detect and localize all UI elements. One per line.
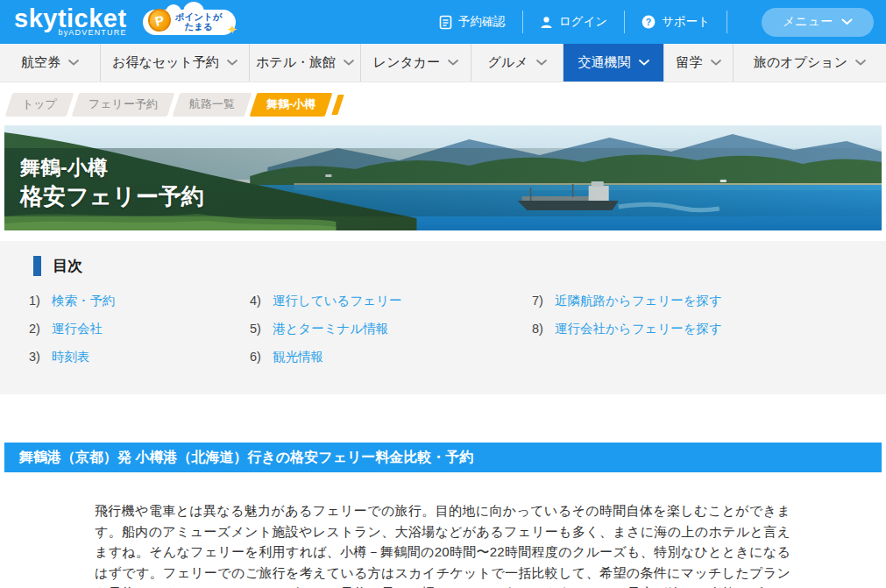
toc-item-nearby-routes: 7) 近隣航路からフェリーを探す [532,293,722,309]
top-header: skyticket byADVENTURE P ポイントが たまる ✦ 予約確認… [0,0,886,44]
breadcrumb-item-current: 舞鶴-小樽 [249,93,332,117]
toc-link-terminals[interactable]: 港とターミナル情報 [273,321,388,337]
menu-button[interactable]: メニュー [762,8,874,37]
toc-title: 目次 [53,256,82,276]
toc-column-2: 4) 運行しているフェリー 5) 港とターミナル情報 6) 観光情報 [250,293,532,377]
toc-column-1: 1) 検索・予約 2) 運行会社 3) 時刻表 [29,293,250,377]
nav-item-label: 交通機関 [578,54,631,71]
reservation-check-label: 予約確認 [458,14,506,30]
nav-item-travel-options[interactable]: 旅のオプション [734,44,886,81]
nav-item-transportation[interactable]: 交通機関 [563,44,664,81]
chevron-down-icon [68,60,79,66]
table-of-contents: 目次 1) 検索・予約 2) 運行会社 3) 時刻表 4) 運行しているフェリー… [0,241,886,394]
breadcrumb: トップ フェリー予約 航路一覧 舞鶴-小樽 [9,95,886,115]
reservation-check-link[interactable]: 予約確認 [439,14,506,30]
brand-sub-wordmark: byADVENTURE [14,28,127,37]
breadcrumb-label: 舞鶴-小樽 [253,93,329,117]
breadcrumb-item-top[interactable]: トップ [5,93,74,117]
nav-item-label: 留学 [677,54,703,71]
points-badge-line2: たまる [184,21,212,32]
question-icon: ? [641,15,656,29]
nav-item-flights[interactable]: 航空券 [0,44,101,81]
toc-item-number: 2) [29,322,45,336]
toc-item-timetable: 3) 時刻表 [29,349,250,365]
toc-item-number: 8) [532,322,548,336]
breadcrumb-label: トップ [9,93,70,117]
toc-item-number: 7) [532,294,548,308]
chevron-down-icon [855,60,866,66]
toc-link-sightseeing[interactable]: 観光情報 [273,349,323,365]
skyticket-logo[interactable]: skyticket byADVENTURE [14,7,127,37]
toc-link-search-by-operator[interactable]: 運行会社からフェリーを探す [555,321,722,337]
breadcrumb-item-ferry[interactable]: フェリー予約 [72,93,175,117]
toc-item-number: 6) [250,350,266,364]
breadcrumb-slash-decoration [331,95,344,115]
page-title-subtitle: 格安フェリー予約 [20,183,882,209]
brand-wordmark: skyticket [14,7,127,31]
nav-item-label: レンタカー [373,54,440,71]
chevron-down-icon [711,60,721,66]
nav-item-label: 旅のオプション [754,54,847,71]
nav-item-hotels[interactable]: ホテル・旅館 [250,44,361,81]
chevron-down-icon [841,18,853,25]
hero-title-overlay: 舞鶴-小樽 格安フェリー予約 [4,148,882,216]
toc-item-terminals: 5) 港とターミナル情報 [250,321,532,337]
login-link[interactable]: ログイン [540,14,607,30]
toc-link-nearby-routes[interactable]: 近隣航路からフェリーを探す [555,293,722,309]
nav-item-study-abroad[interactable]: 留学 [664,44,734,81]
main-navigation: 航空券 お得なセット予約 ホテル・旅館 レンタカー グルメ 交通機関 留学 旅の… [0,44,886,82]
chevron-down-icon [536,60,547,66]
points-badge: P ポイントが たまる ✦ [143,10,237,35]
toc-item-number: 3) [29,350,45,364]
toc-heading: 目次 [33,256,886,276]
breadcrumb-label: 航路一覧 [176,93,248,117]
support-link[interactable]: ? サポート [641,14,710,30]
toc-item-number: 5) [250,322,266,336]
nav-item-label: グルメ [487,54,528,71]
breadcrumb-item-routes[interactable]: 航路一覧 [172,93,252,117]
hero-banner: 舞鶴-小樽 格安フェリー予約 [4,125,882,230]
toc-accent-bar [33,256,41,276]
nav-item-label: お得なセット予約 [112,54,219,71]
header-divider [727,11,727,33]
toc-item-search-by-operator: 8) 運行会社からフェリーを探す [532,321,722,337]
chevron-down-icon [227,60,237,66]
document-icon [439,15,452,30]
sparkle-icon: ✦ [227,22,238,38]
toc-link-ferries[interactable]: 運行しているフェリー [273,293,401,309]
intro-paragraph: 飛行機や電車とは異なる魅力があるフェリーでの旅行。目的地に向かっているその時間自… [95,500,790,588]
section-banner: 舞鶴港（京都）発 小樽港（北海道）行きの格安フェリー料金比較・予約 [4,443,882,472]
header-divider [522,11,523,33]
support-label: サポート [662,14,710,30]
toc-item-operators: 2) 運行会社 [29,321,250,337]
login-label: ログイン [559,14,607,30]
section-banner-title: 舞鶴港（京都）発 小樽港（北海道）行きの格安フェリー料金比較・予約 [19,449,473,467]
nav-item-label: ホテル・旅館 [256,54,336,71]
breadcrumb-label: フェリー予約 [75,93,171,117]
nav-item-label: 航空券 [21,54,60,71]
chevron-down-icon [448,60,458,66]
toc-item-search: 1) 検索・予約 [29,293,250,309]
toc-item-number: 4) [250,294,266,308]
svg-text:?: ? [646,17,651,27]
page-title-route: 舞鶴-小樽 [20,156,882,179]
toc-column-3: 7) 近隣航路からフェリーを探す 8) 運行会社からフェリーを探す [532,293,722,377]
toc-link-timetable[interactable]: 時刻表 [52,349,90,365]
user-icon [540,16,553,29]
toc-columns: 1) 検索・予約 2) 運行会社 3) 時刻表 4) 運行しているフェリー 5)… [0,293,886,377]
toc-link-search[interactable]: 検索・予約 [52,293,116,309]
points-badge-label: ポイントが たまる [175,12,223,32]
coin-icon: P [145,6,174,34]
points-badge-line1: ポイントが [175,11,223,22]
toc-link-operators[interactable]: 運行会社 [52,321,103,337]
toc-item-sightseeing: 6) 観光情報 [250,349,532,365]
chevron-down-icon [344,60,354,66]
toc-item-ferries: 4) 運行しているフェリー [250,293,532,309]
menu-button-label: メニュー [783,14,833,30]
nav-item-package-deals[interactable]: お得なセット予約 [101,44,250,81]
chevron-down-icon [639,60,649,66]
nav-item-rental-car[interactable]: レンタカー [361,44,471,81]
toc-item-number: 1) [29,294,45,308]
header-divider [624,11,625,33]
nav-item-gourmet[interactable]: グルメ [471,44,563,81]
